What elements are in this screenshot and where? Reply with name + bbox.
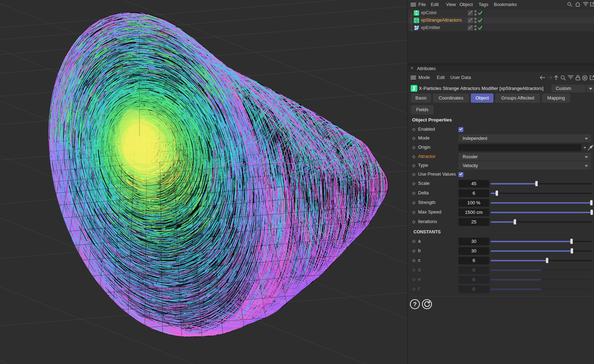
svg-text:?: ?: [413, 301, 417, 308]
